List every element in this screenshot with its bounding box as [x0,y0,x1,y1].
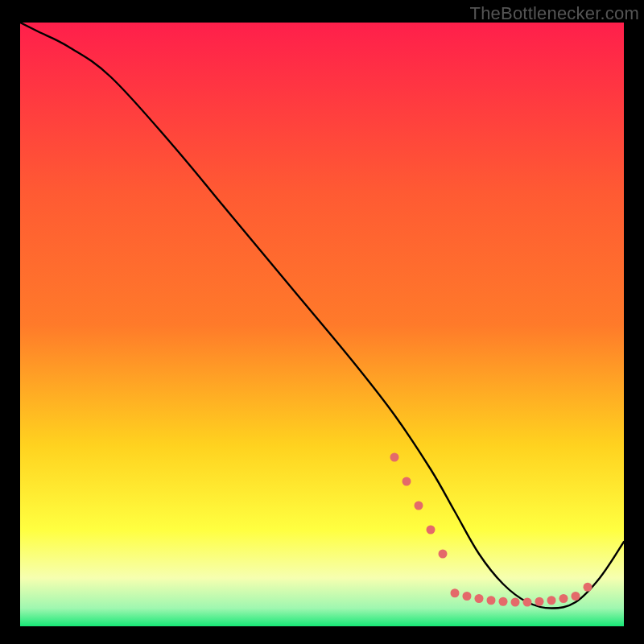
marker-dot [390,453,399,462]
marker-dot [584,583,592,592]
marker-dot [523,598,532,607]
plot-area [20,23,624,626]
marker-dot [439,550,448,559]
marker-dot [499,597,508,606]
marker-dot [463,592,472,601]
marker-dot [487,596,496,605]
marker-dot [559,594,568,603]
marker-dot [415,502,423,510]
marker-dot [535,597,544,606]
chart-svg [20,23,624,626]
marker-dot [572,592,580,601]
marker-dot [511,598,520,607]
watermark-text: TheBottlenecker.com [470,3,639,24]
marker-dot [427,526,436,535]
marker-dot [547,596,556,605]
marker-dot [402,477,411,486]
marker-dot [451,588,460,597]
marker-dot [475,594,484,603]
chart-frame: TheBottlenecker.com [0,0,644,644]
